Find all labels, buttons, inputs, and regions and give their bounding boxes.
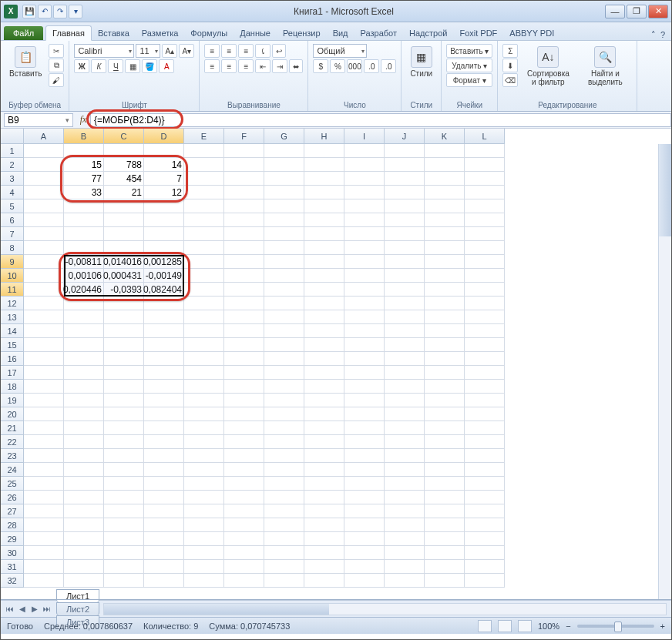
cell-I7[interactable]	[344, 227, 385, 241]
cell-F31[interactable]	[224, 560, 264, 574]
cell-H2[interactable]	[304, 158, 344, 172]
cell-B12[interactable]	[64, 297, 104, 310]
styles-button[interactable]: ▦ Стили	[406, 44, 436, 80]
cell-H23[interactable]	[304, 449, 344, 463]
maximize-button[interactable]: ❐	[627, 5, 647, 18]
cell-L5[interactable]	[465, 199, 505, 213]
cell-H22[interactable]	[304, 435, 344, 449]
cell-D5[interactable]	[144, 199, 184, 213]
cell-K3[interactable]	[425, 172, 465, 186]
cell-A11[interactable]	[24, 283, 64, 297]
cell-F5[interactable]	[224, 199, 264, 213]
italic-button[interactable]: К	[91, 59, 106, 73]
cell-A10[interactable]	[24, 269, 64, 283]
cell-J4[interactable]	[385, 186, 425, 199]
cell-L13[interactable]	[465, 310, 505, 324]
cell-A17[interactable]	[24, 366, 64, 380]
cell-G3[interactable]	[264, 172, 304, 186]
cell-D23[interactable]	[144, 449, 184, 463]
cell-G4[interactable]	[264, 186, 304, 199]
cell-C32[interactable]	[104, 574, 144, 588]
cell-L11[interactable]	[465, 283, 505, 297]
cell-I4[interactable]	[344, 186, 385, 199]
cell-I9[interactable]	[344, 255, 385, 269]
underline-button[interactable]: Ч	[108, 59, 123, 73]
cell-L22[interactable]	[465, 435, 505, 449]
cut-icon[interactable]: ✂	[49, 44, 64, 58]
cell-D20[interactable]	[144, 407, 184, 421]
sheet-nav-last-icon[interactable]: ⏭	[41, 605, 53, 613]
cell-C25[interactable]	[104, 477, 144, 491]
cell-L30[interactable]	[465, 546, 505, 560]
col-header-D[interactable]: D	[144, 129, 184, 144]
cell-A7[interactable]	[24, 227, 64, 241]
cell-D6[interactable]	[144, 213, 184, 227]
cell-F8[interactable]	[224, 241, 264, 255]
row-header-31[interactable]: 31	[1, 560, 24, 574]
help-icon[interactable]: ?	[660, 30, 665, 40]
row-header-15[interactable]: 15	[1, 338, 24, 352]
cell-F18[interactable]	[224, 380, 264, 394]
cell-K9[interactable]	[425, 255, 465, 269]
cell-E2[interactable]	[184, 158, 224, 172]
merge-center-icon[interactable]: ⬌	[289, 59, 303, 73]
cell-C8[interactable]	[104, 241, 144, 255]
col-header-I[interactable]: I	[344, 129, 385, 144]
cell-H16[interactable]	[304, 352, 344, 366]
cell-F4[interactable]	[224, 186, 264, 199]
cell-A2[interactable]	[24, 158, 64, 172]
cell-C3[interactable]: 454	[104, 172, 144, 186]
file-tab[interactable]: Файл	[4, 26, 43, 40]
cell-E6[interactable]	[184, 213, 224, 227]
cell-K26[interactable]	[425, 491, 465, 504]
cell-A5[interactable]	[24, 199, 64, 213]
cell-D7[interactable]	[144, 227, 184, 241]
cell-K15[interactable]	[425, 338, 465, 352]
cell-G2[interactable]	[264, 158, 304, 172]
cell-K25[interactable]	[425, 477, 465, 491]
increase-decimal-icon[interactable]: .0	[364, 59, 379, 73]
cell-E10[interactable]	[184, 269, 224, 283]
sheet-nav-next-icon[interactable]: ▶	[29, 605, 41, 613]
cell-D9[interactable]: 0,001285	[144, 255, 184, 269]
cell-K7[interactable]	[425, 227, 465, 241]
ribbon-tab-вставка[interactable]: Вставка	[92, 26, 136, 40]
cell-J6[interactable]	[385, 213, 425, 227]
ribbon-tab-главная[interactable]: Главная	[45, 25, 92, 41]
cell-E7[interactable]	[184, 227, 224, 241]
cell-L24[interactable]	[465, 463, 505, 477]
cell-B25[interactable]	[64, 477, 104, 491]
cell-G22[interactable]	[264, 435, 304, 449]
cell-K4[interactable]	[425, 186, 465, 199]
cell-E18[interactable]	[184, 380, 224, 394]
cell-I18[interactable]	[344, 380, 385, 394]
cell-I27[interactable]	[344, 504, 385, 518]
cell-B28[interactable]	[64, 518, 104, 532]
cell-J11[interactable]	[385, 283, 425, 297]
cell-K11[interactable]	[425, 283, 465, 297]
ribbon-tab-формулы[interactable]: Формулы	[184, 26, 234, 40]
cell-A24[interactable]	[24, 463, 64, 477]
cell-C23[interactable]	[104, 449, 144, 463]
cell-I20[interactable]	[344, 407, 385, 421]
cell-A18[interactable]	[24, 380, 64, 394]
cell-F6[interactable]	[224, 213, 264, 227]
cell-D22[interactable]	[144, 435, 184, 449]
cell-E16[interactable]	[184, 352, 224, 366]
autosum-icon[interactable]: Σ	[502, 44, 518, 58]
cell-G8[interactable]	[264, 241, 304, 255]
col-header-K[interactable]: K	[425, 129, 465, 144]
cell-F2[interactable]	[224, 158, 264, 172]
row-header-25[interactable]: 25	[1, 477, 24, 491]
cell-I6[interactable]	[344, 213, 385, 227]
cell-K5[interactable]	[425, 199, 465, 213]
cell-L4[interactable]	[465, 186, 505, 199]
cell-E25[interactable]	[184, 477, 224, 491]
cell-L18[interactable]	[465, 380, 505, 394]
cell-H29[interactable]	[304, 532, 344, 546]
cell-J2[interactable]	[385, 158, 425, 172]
cell-A15[interactable]	[24, 338, 64, 352]
cell-J1[interactable]	[385, 144, 425, 158]
cell-G31[interactable]	[264, 560, 304, 574]
cell-H24[interactable]	[304, 463, 344, 477]
